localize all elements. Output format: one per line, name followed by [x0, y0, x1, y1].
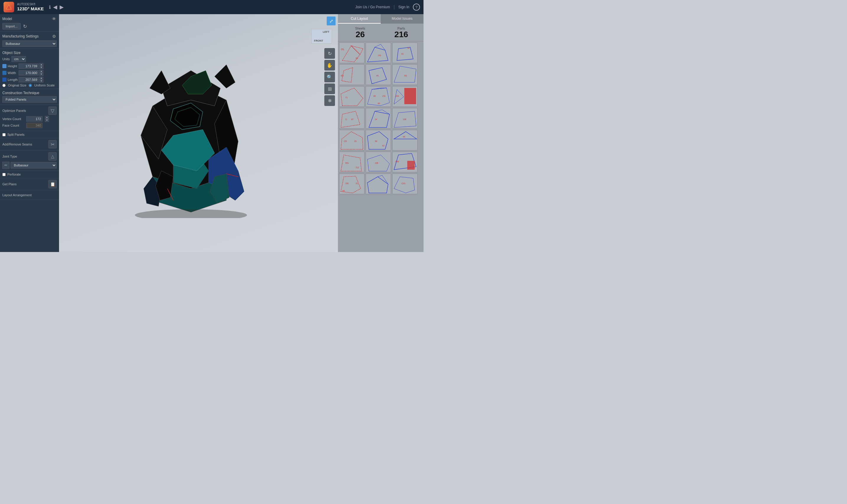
right-panel: Cut Layout Model Issues Sheets 26 Parts … [338, 14, 424, 252]
perforate-checkbox[interactable] [2, 173, 6, 176]
get-plans-row: Get Plans 📋 [2, 180, 57, 188]
seams-button[interactable]: ✂ [49, 140, 57, 148]
vertex-count-input[interactable] [26, 116, 42, 122]
zoom-tool-button[interactable]: 🔍 [324, 72, 335, 82]
uniform-scale-label: Uniform Scale [34, 84, 55, 87]
sheet-thumb-5[interactable]: 45 [366, 64, 391, 85]
undo-button[interactable]: ◀ [53, 4, 57, 10]
svg-rect-54 [404, 88, 416, 104]
length-row: Length ▲ ▼ [2, 77, 57, 83]
optimize-button[interactable]: ▽ [49, 107, 57, 115]
height-down-button[interactable]: ▼ [39, 66, 43, 69]
construction-dropdown-row: Folded Panels [2, 96, 57, 103]
settings-tool-button[interactable]: ❄ [324, 95, 335, 106]
width-row: Width ▲ ▼ [2, 70, 57, 76]
vertex-up-button[interactable]: ▲ [45, 116, 49, 119]
sheet-thumb-20[interactable] [366, 174, 391, 194]
width-spinner: ▲ ▼ [39, 70, 43, 76]
svg-rect-68 [339, 130, 364, 150]
rotate-tool-button[interactable]: ↻ [324, 48, 335, 59]
height-row: Height ▲ ▼ [2, 63, 57, 69]
nav-cube[interactable]: LEFT FRONT [311, 29, 332, 45]
width-input[interactable] [19, 70, 39, 75]
construction-select[interactable]: Folded Panels [2, 96, 57, 103]
width-label: Width [2, 71, 19, 75]
sheet-thumb-10[interactable]: ⌬ 87 [339, 108, 364, 129]
joint-type-row: Joint Type △ [2, 152, 57, 161]
svg-text:L51: L51 [382, 95, 386, 97]
sheet-thumb-13[interactable]: ⌬5 15 [339, 130, 364, 150]
sheet-thumb-14[interactable]: 38 82 [366, 130, 391, 150]
nav-cube-box[interactable]: LEFT FRONT [311, 29, 332, 44]
svg-point-21 [135, 209, 247, 218]
optimize-section: Optimize Panels ▽ Vertex Count ▲ ▼ Face … [0, 105, 59, 131]
svg-text:81: 81 [401, 53, 404, 55]
length-up-button[interactable]: ▲ [39, 77, 43, 80]
join-premium-link[interactable]: Join Us / Go Premium [355, 5, 390, 9]
titlebar: AUTODESK® 123D° MAKE ℹ ◀ ▶ Join Us / Go … [0, 0, 424, 14]
refresh-icon[interactable]: ↻ [23, 24, 27, 29]
seam-row: Add/Remove Seams ✂ [2, 140, 57, 148]
joint-icon-button[interactable]: △ [49, 152, 57, 161]
expand-button[interactable]: ⤢ [327, 17, 336, 25]
uniform-scale-radio[interactable] [29, 84, 32, 87]
sheet-grid: OL 55 141 81 31 [338, 41, 424, 252]
sheet-thumb-2[interactable]: 141 [366, 42, 391, 63]
tab-cut-layout[interactable]: Cut Layout [338, 14, 381, 24]
sheet-thumb-3[interactable]: 81 31 [392, 42, 418, 63]
svg-rect-76 [393, 130, 418, 150]
split-panels-checkbox[interactable] [2, 133, 6, 136]
sheet-thumb-21[interactable]: ⌬31 [392, 174, 418, 194]
svg-text:31: 31 [356, 182, 358, 184]
sheet-thumb-17[interactable]: 199 [366, 152, 391, 172]
sheet-thumb-19[interactable]: 191 48 31 [339, 174, 364, 194]
svg-rect-31 [393, 43, 418, 63]
units-select[interactable]: cmmminft [12, 56, 26, 62]
construction-label: Construction Technique [2, 91, 39, 95]
original-size-radio[interactable] [2, 84, 6, 87]
width-down-button[interactable]: ▼ [39, 73, 43, 76]
redo-button[interactable]: ▶ [60, 4, 64, 10]
sheet-thumb-9[interactable]: 304 [392, 86, 418, 107]
get-plans-button[interactable]: 📋 [49, 180, 57, 188]
sheet-thumb-8[interactable]: 96 L51 85 [366, 86, 391, 107]
svg-text:680: 680 [395, 161, 399, 163]
eye-icon-button[interactable]: 👁 [51, 16, 57, 22]
sheet-thumb-4[interactable]: 69 [339, 64, 364, 85]
svg-text:45: 45 [376, 75, 379, 77]
sheet-thumb-6[interactable]: M1 [392, 64, 418, 85]
sheet-thumb-16[interactable]: 951 212 [339, 152, 364, 172]
height-up-button[interactable]: ▲ [39, 63, 43, 66]
vertex-down-button[interactable]: ▼ [45, 119, 49, 122]
sheet-thumb-7[interactable]: 71 [339, 86, 364, 107]
object-size-label: Object Size [2, 51, 20, 55]
object-size-header: Object Size [2, 51, 57, 55]
sheet-thumb-15[interactable]: 65 [392, 130, 418, 150]
titlebar-right: Join Us / Go Premium | Sign In ? [355, 3, 420, 11]
help-button[interactable]: ? [413, 3, 420, 11]
sheets-value: 26 [340, 30, 381, 39]
width-up-button[interactable]: ▲ [39, 70, 43, 73]
sheet-thumb-1[interactable]: OL 55 [339, 42, 364, 63]
length-input[interactable] [19, 77, 39, 82]
joint-profile-select[interactable]: Bulbasaur [11, 162, 57, 168]
import-button[interactable]: Import... [2, 23, 21, 30]
joint-edit-icon[interactable]: ✏ [2, 162, 10, 169]
signin-link[interactable]: Sign In [398, 5, 409, 9]
pan-tool-button[interactable]: ✋ [324, 60, 335, 71]
face-count-input[interactable] [26, 123, 42, 128]
svg-text:212: 212 [356, 166, 359, 168]
gear-icon-button[interactable]: ⚙ [52, 33, 57, 39]
viewport[interactable]: ⤢ LEFT FRONT ↻ ✋ 🔍 ⊞ ❄ [59, 14, 338, 252]
fit-tool-button[interactable]: ⊞ [324, 84, 335, 94]
joint-type-label: Joint Type [2, 155, 17, 158]
sheet-thumb-18[interactable]: 680 [392, 152, 418, 172]
sheet-thumb-12[interactable]: 196 [392, 108, 418, 129]
sheet-thumb-11[interactable]: 24 [366, 108, 391, 129]
parts-value: 216 [381, 30, 422, 39]
mfg-profile-select[interactable]: Bulbasaur [2, 40, 57, 47]
length-down-button[interactable]: ▼ [39, 80, 43, 83]
tab-model-issues[interactable]: Model Issues [381, 14, 424, 24]
panel-tabs: Cut Layout Model Issues [338, 14, 424, 24]
height-input[interactable] [19, 64, 39, 69]
